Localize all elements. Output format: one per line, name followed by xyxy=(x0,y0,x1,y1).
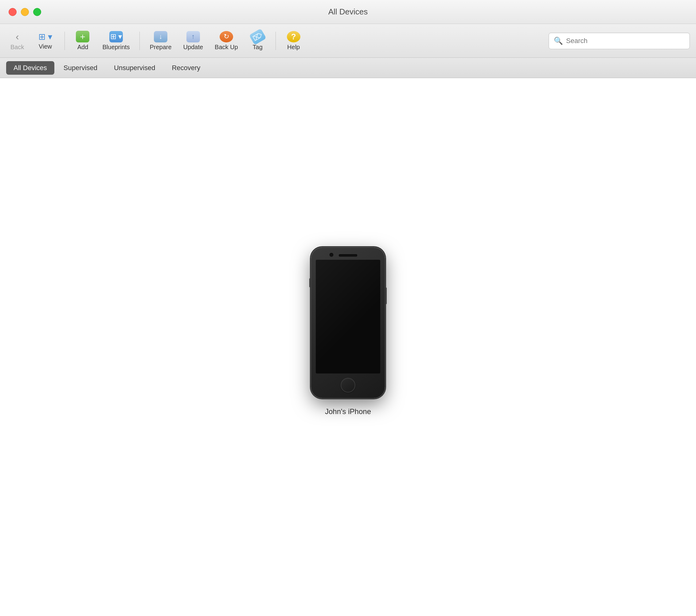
iphone-home-button xyxy=(341,378,355,392)
add-label: Add xyxy=(77,44,89,51)
back-label: Back xyxy=(11,44,24,51)
help-icon: ? xyxy=(287,31,300,43)
back-button[interactable]: ‹ Back xyxy=(6,29,28,53)
update-icon: ↑ xyxy=(187,31,200,43)
maximize-button[interactable] xyxy=(33,8,41,16)
tab-all-devices[interactable]: All Devices xyxy=(6,61,54,75)
view-button[interactable]: ⊞ ▾ View xyxy=(31,29,59,53)
separator-3 xyxy=(275,32,276,50)
search-container[interactable]: 🔍 xyxy=(549,33,690,49)
tag-icon: ⌦ xyxy=(249,28,266,45)
close-button[interactable] xyxy=(9,8,17,16)
add-icon: ＋ xyxy=(76,31,89,43)
backup-button[interactable]: ↻ Back Up xyxy=(210,29,242,53)
iphone-speaker xyxy=(339,254,357,257)
tag-label: Tag xyxy=(253,44,263,51)
update-button[interactable]: ↑ Update xyxy=(179,29,208,53)
tab-unsupervised[interactable]: Unsupervised xyxy=(107,61,163,75)
help-button[interactable]: ? Help xyxy=(281,29,306,53)
window-title: All Devices xyxy=(328,7,368,17)
add-button[interactable]: ＋ Add xyxy=(70,29,95,53)
prepare-icon: ↓ xyxy=(154,31,168,43)
view-icon: ⊞ ▾ xyxy=(38,32,52,42)
tab-recovery[interactable]: Recovery xyxy=(164,61,208,75)
device-container[interactable]: John's iPhone xyxy=(311,247,385,416)
prepare-button[interactable]: ↓ Prepare xyxy=(145,29,176,53)
separator-1 xyxy=(64,32,65,50)
blueprints-icon: ⊞ ▾ xyxy=(109,31,123,43)
device-name: John's iPhone xyxy=(325,407,371,416)
window-controls xyxy=(0,8,41,16)
minimize-button[interactable] xyxy=(21,8,29,16)
update-label: Update xyxy=(184,44,203,51)
search-input[interactable] xyxy=(566,37,685,45)
toolbar: ‹ Back ⊞ ▾ View ＋ Add ⊞ ▾ Blueprints ↓ P… xyxy=(0,24,696,58)
prepare-label: Prepare xyxy=(149,44,171,51)
backup-label: Back Up xyxy=(215,44,238,51)
back-icon: ‹ xyxy=(16,31,19,43)
iphone-side-button xyxy=(385,288,387,304)
iphone-camera xyxy=(330,253,333,257)
filter-tabs: All Devices Supervised Unsupervised Reco… xyxy=(0,58,696,78)
view-label: View xyxy=(39,43,52,50)
tab-supervised[interactable]: Supervised xyxy=(56,61,105,75)
title-bar: All Devices xyxy=(0,0,696,24)
help-label: Help xyxy=(287,44,300,51)
blueprints-label: Blueprints xyxy=(102,44,130,51)
main-content: John's iPhone xyxy=(0,78,696,616)
iphone-screen xyxy=(316,260,380,373)
tag-button[interactable]: ⌦ Tag xyxy=(246,29,270,53)
backup-icon: ↻ xyxy=(220,31,233,43)
search-icon: 🔍 xyxy=(554,36,563,45)
blueprints-button[interactable]: ⊞ ▾ Blueprints xyxy=(98,29,134,53)
iphone-illustration xyxy=(311,247,385,398)
